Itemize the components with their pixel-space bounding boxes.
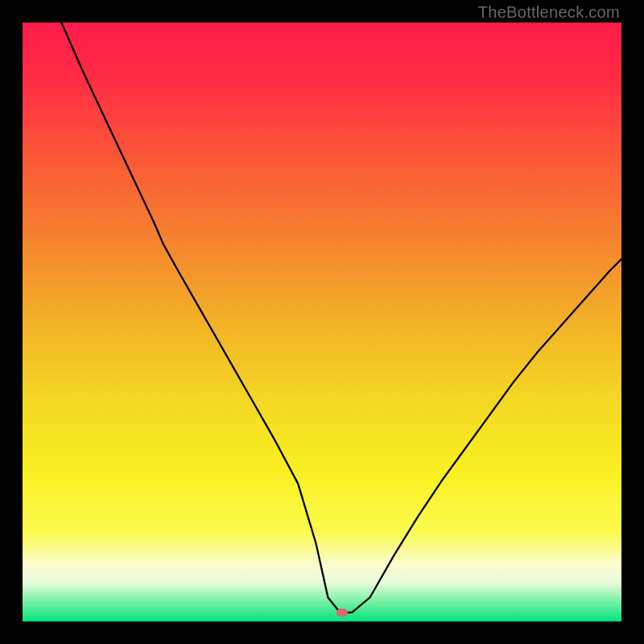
balance-marker — [336, 609, 348, 617]
watermark-text: TheBottleneck.com — [478, 3, 620, 22]
plot-area — [23, 23, 621, 621]
chart-frame: TheBottleneck.com — [0, 0, 644, 644]
bottleneck-curve — [23, 23, 621, 621]
